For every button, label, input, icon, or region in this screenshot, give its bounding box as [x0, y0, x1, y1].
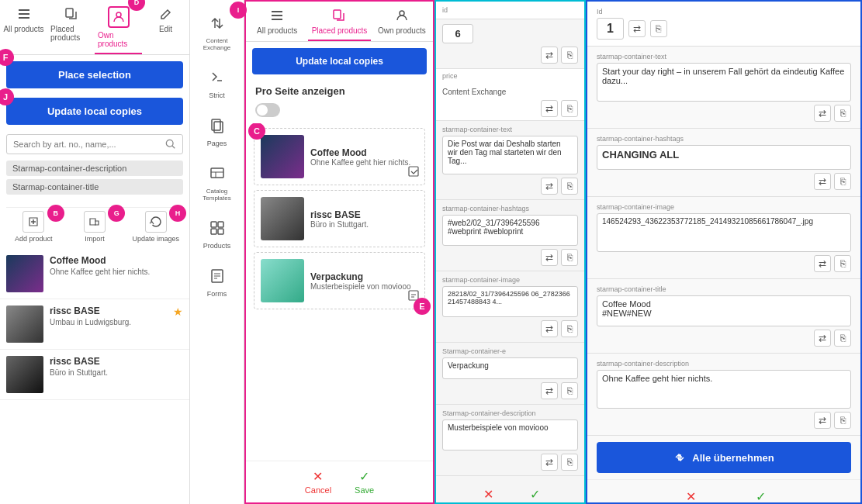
product-item-coffee-mood[interactable]: Coffee Mood Ohne Kaffee geht hier nichts…: [0, 249, 189, 299]
panel3-field-hashtags: starmap-container-hashtags #web2/02_31/7…: [436, 200, 584, 271]
placed-desc-coffee: Ohne Kaffee geht hier nichts.: [310, 158, 418, 167]
svg-rect-27: [409, 167, 418, 176]
update-local-btn-panel2[interactable]: Update local copies: [252, 48, 427, 74]
panel3-e-sync[interactable]: ⇄: [541, 382, 558, 399]
label-c: C: [248, 123, 265, 140]
panel3-ce-sync[interactable]: ⇄: [541, 100, 558, 117]
panel4-title-label: starmap-container-title: [597, 285, 851, 293]
panel3-img-sync[interactable]: ⇄: [541, 320, 558, 337]
filter-description: Starmap-container-description: [6, 161, 183, 176]
panel4-cancel-btn[interactable]: ✕ Cancel: [677, 489, 704, 504]
panel3-cancel-btn[interactable]: ✕ Cancel: [476, 487, 502, 504]
panel3-copy-btn[interactable]: ⎘: [561, 47, 578, 64]
panel4-text-copy[interactable]: ⎘: [834, 105, 851, 122]
panel4-img-sync[interactable]: ⇄: [814, 255, 831, 272]
panel4-image-value: 146524293_43622353772185_241493210856617…: [597, 213, 851, 252]
panel4-id-sync[interactable]: ⇄: [628, 20, 646, 37]
panel3-ht-copy[interactable]: ⎘: [561, 249, 578, 266]
nav-strict[interactable]: Strict: [190, 60, 244, 105]
placed-info-verp: Verpackung Musterbeispiele von moviooo: [310, 271, 418, 291]
svg-rect-9: [212, 119, 220, 130]
panel3-text-copy[interactable]: ⎘: [561, 178, 578, 195]
product-item-rissc-base-2[interactable]: rissc BASE Büro in Stuttgart.: [0, 350, 189, 400]
catalog-icon: [206, 163, 228, 185]
panel4-desc-sync[interactable]: ⇄: [814, 412, 831, 429]
update-images-action[interactable]: Update images H: [128, 211, 183, 243]
panel4-desc-copy[interactable]: ⎘: [834, 412, 851, 429]
product-desc-rissc2: Büro in Stuttgart.: [50, 368, 183, 377]
panel2-cancel-btn[interactable]: ✕ Cancel: [305, 469, 331, 495]
panel4-title-copy[interactable]: ⎘: [834, 330, 851, 347]
panel3-img-copy[interactable]: ⎘: [561, 320, 578, 337]
panel4-id-label: Id: [597, 8, 851, 16]
svg-line-6: [172, 146, 175, 149]
alle-ubernehmen-button[interactable]: Alle übernehmen: [597, 442, 851, 473]
panel4-title-sync[interactable]: ⇄: [814, 330, 831, 347]
panel3-text-value: Die Post war dai Deshalb starten wir den…: [442, 136, 578, 174]
nav-forms[interactable]: Forms: [190, 259, 244, 304]
panel3-ht-sync[interactable]: ⇄: [541, 249, 558, 266]
svg-rect-2: [19, 17, 29, 19]
panel3-hashtags-label: starmap-container-hashtags: [442, 205, 578, 212]
placed-thumb-verp: [261, 259, 304, 302]
place-selection-button[interactable]: Place selection: [6, 61, 183, 88]
forms-label: Forms: [207, 290, 227, 298]
panel4-ht-sync[interactable]: ⇄: [814, 173, 831, 190]
placed-item-verp[interactable]: Verpackung Musterbeispiele von moviooo E: [254, 252, 425, 309]
panel4-ht-copy[interactable]: ⎘: [834, 173, 851, 190]
tab2-placed-label: Placed products: [312, 26, 368, 35]
panel3-desc-copy[interactable]: ⎘: [561, 454, 578, 471]
panel4-text-value: Start your day right – in unserem Fall g…: [597, 63, 851, 102]
panel4-img-copy[interactable]: ⎘: [834, 255, 851, 272]
product-desc-coffee: Ohne Kaffee geht hier nichts.: [50, 268, 183, 276]
import-action[interactable]: Import G: [68, 211, 123, 243]
panel3-content-exchange: Content Exchange ⇄ ⎘: [436, 83, 584, 121]
tab-edit[interactable]: Edit: [142, 0, 189, 54]
label-e: E: [414, 298, 431, 315]
tab2-all-products[interactable]: All products: [246, 2, 308, 41]
placed-item-coffee[interactable]: C Coffee Mood Ohne Kaffee geht hier nich…: [254, 128, 425, 185]
tab-placed-products[interactable]: Placed products: [47, 0, 95, 54]
filter-row: Starmap-container-description Starmap-co…: [6, 161, 183, 198]
product-item-rissc-base-1[interactable]: rissc BASE Umbau in Ludwigsburg. ★: [0, 299, 189, 350]
panel3-e-copy[interactable]: ⎘: [561, 382, 578, 399]
panel3-desc-sync[interactable]: ⇄: [541, 454, 558, 471]
placed-item-rissc[interactable]: rissc BASE Büro in Stuttgart.: [254, 190, 425, 247]
pro-seite-toggle[interactable]: [255, 103, 280, 117]
tab2-placed-icon: [331, 8, 347, 23]
nav-content-exchange[interactable]: Content Exchange I: [190, 6, 244, 57]
add-product-action[interactable]: Add product B: [6, 211, 61, 243]
nav-catalog[interactable]: Catalog Templates: [190, 157, 244, 208]
action-icons-row: Add product B Import G Update images H: [6, 207, 183, 243]
panel3-save-btn[interactable]: ✓ Save: [525, 487, 545, 504]
search-input[interactable]: [13, 140, 161, 149]
panel4-text-sync[interactable]: ⇄: [814, 105, 831, 122]
placed-icon: [64, 6, 79, 22]
tab-all-products[interactable]: All products: [0, 0, 47, 54]
tab2-own-products[interactable]: Own products: [371, 2, 433, 41]
products-nav-label: Products: [203, 242, 231, 250]
update-local-button[interactable]: Update local copies: [6, 98, 183, 125]
panel4-field-title: starmap-container-title Coffee Mood #NEW…: [587, 279, 860, 354]
panel4-save-btn[interactable]: ✓ Save: [751, 489, 770, 504]
panel3-id-value: 6: [442, 24, 473, 43]
panel4-id-copy[interactable]: ⎘: [650, 20, 667, 37]
panel3-ce-copy[interactable]: ⎘: [561, 100, 578, 117]
nav-products[interactable]: Products: [190, 211, 244, 256]
svg-rect-14: [211, 222, 216, 227]
nav-pages[interactable]: Pages: [190, 109, 244, 154]
panel3-price-label: price: [436, 69, 584, 83]
alle-sync-icon: [673, 451, 686, 464]
filter-title: Starmap-container-title: [6, 179, 183, 195]
panel3-field-image: starmap-container-image 28218/02_31/7396…: [436, 271, 584, 343]
edit-coffee-btn[interactable]: [407, 165, 420, 180]
tab2-placed-products[interactable]: Placed products: [308, 2, 370, 41]
tab-own-products[interactable]: Own products D: [95, 0, 142, 54]
placed-name-verp: Verpackung: [310, 271, 418, 282]
svg-rect-3: [66, 9, 73, 17]
panel3-text-sync[interactable]: ⇄: [541, 178, 558, 195]
panel3-desc-value: Musterbeispiele von moviooo: [442, 419, 578, 450]
panel2-save-btn[interactable]: ✓ Save: [355, 469, 374, 495]
panel4-hashtags-value: CHANGING ALL: [597, 145, 851, 170]
panel3-sync-btn[interactable]: ⇄: [541, 47, 558, 64]
